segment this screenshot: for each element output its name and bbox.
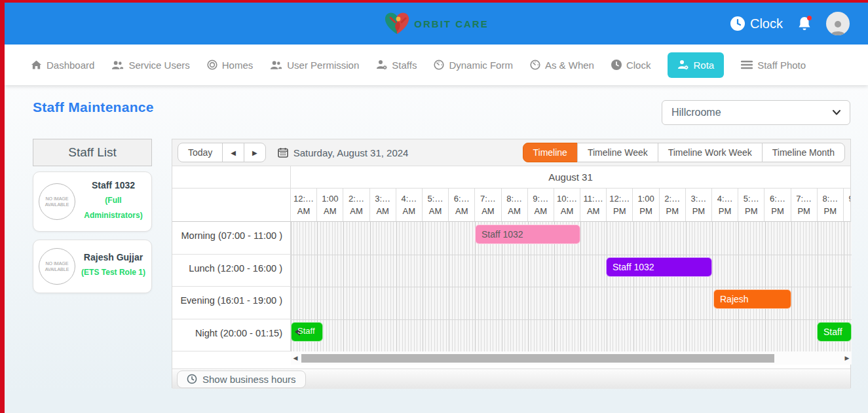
time-slot-header: 6:…AM	[449, 189, 475, 221]
users-icon	[111, 60, 124, 70]
time-slot-header: 2:…AM	[343, 189, 369, 221]
time-slot-header: 8:…PM	[818, 189, 844, 221]
header-clock-label: Clock	[750, 16, 783, 31]
home-icon	[31, 60, 42, 70]
nav-item-dashboard[interactable]: Dashboard	[31, 60, 94, 71]
event-label: Staff 1032	[481, 228, 574, 241]
notification-badge-dot	[807, 16, 812, 20]
staff-info: Rajesh Gujjar (ETS Test Role 1)	[81, 252, 146, 280]
time-slot-header: 2:…PM	[660, 189, 686, 221]
next-day-button[interactable]: ▶	[244, 143, 266, 162]
nav-item-user-permission[interactable]: User Permission	[270, 60, 359, 71]
show-business-hours-button[interactable]: Show business hours	[177, 370, 306, 388]
user-gear-icon	[677, 60, 689, 70]
nav-item-homes[interactable]: Homes	[207, 60, 254, 71]
show-business-hours-label: Show business hours	[202, 374, 296, 385]
time-slot-header: 6:…PM	[764, 189, 791, 221]
notifications-button[interactable]	[797, 16, 812, 31]
scrollbar-thumb[interactable]	[301, 354, 774, 363]
time-slot-header: 7:…AM	[475, 189, 501, 221]
rota-event-staff-1[interactable]: Staff 1	[817, 322, 852, 342]
nav-item-label: Rota	[693, 60, 714, 71]
rota-scheduler-panel: Today ◀ ▶ Saturday, August 31, 2024 Time…	[172, 139, 851, 388]
no-image-avatar: NO IMAGE AVAILABLE	[39, 248, 75, 285]
rota-event[interactable]: Staff	[291, 322, 323, 342]
nav-item-rota[interactable]: Rota	[668, 52, 724, 78]
row-divider	[291, 319, 852, 320]
staff-role: (ETS Test Role 1)	[81, 265, 146, 280]
brand-name: ORBIT CARE	[414, 18, 488, 29]
view-button-timeline-week[interactable]: Timeline Week	[577, 143, 658, 162]
time-slot-header: 5:…AM	[423, 189, 449, 221]
nav-item-label: Clock	[626, 60, 651, 71]
nav-item-staffs[interactable]: Staffs	[376, 60, 417, 71]
brand: ORBIT CARE	[384, 11, 488, 36]
app-header: ORBIT CARE Clock	[5, 3, 868, 45]
time-slot-header: 3:…AM	[370, 189, 396, 221]
nav-item-clock[interactable]: Clock	[611, 60, 651, 71]
nav-item-as-when[interactable]: As & When	[530, 60, 594, 71]
view-switcher: TimelineTimeline WeekTimeline Work WeekT…	[523, 143, 846, 162]
time-slot-header: 12:…PM	[607, 189, 633, 221]
event-sub-label: Staff	[297, 325, 316, 338]
time-slot-header: 1:00AM	[317, 189, 343, 221]
orbit-care-logo-icon	[384, 11, 410, 36]
nav-item-label: Dynamic Form	[449, 60, 513, 71]
nav-item-label: Service Users	[128, 60, 189, 71]
scroll-right-arrow-icon[interactable]: ▶	[842, 355, 852, 361]
event-sub-label: Gujjar	[720, 306, 785, 309]
nav-item-dynamic-form[interactable]: Dynamic Form	[434, 60, 513, 71]
chevron-down-icon	[833, 110, 840, 115]
horizontal-scrollbar[interactable]: ◀ ▶	[291, 351, 852, 365]
staff-info: Staff 1032 (Full Administrators)	[81, 180, 146, 223]
nav-item-staff-photo[interactable]: Staff Photo	[741, 60, 806, 71]
scheduler-footer: Show business hours	[172, 368, 850, 389]
scrollbar-track[interactable]	[300, 354, 842, 363]
nav-item-service-users[interactable]: Service Users	[111, 60, 189, 71]
menu-icon	[741, 60, 753, 69]
today-button[interactable]: Today	[178, 143, 223, 162]
rota-event-staff-1032[interactable]: Staff 1032	[475, 224, 580, 244]
row-label-3: Night (20:00 - 01:15)	[172, 319, 291, 352]
nav-item-label: Staffs	[392, 60, 417, 71]
clock-outline-icon	[187, 374, 197, 384]
main-nav: Dashboard Service Users Homes User Permi…	[5, 45, 868, 85]
row-label-2: Evening (16:01 - 19:00 )	[172, 287, 291, 319]
time-slot-header: 8:…AM	[502, 189, 528, 221]
header-clock-button[interactable]: Clock	[730, 16, 783, 31]
view-button-timeline-month[interactable]: Timeline Month	[762, 143, 845, 162]
rota-event-rajesh[interactable]: RajeshGujjar	[713, 289, 791, 309]
dial-icon	[530, 60, 540, 70]
home-select[interactable]: Hillcroome	[662, 100, 850, 125]
time-slot-header: 3:…PM	[686, 189, 712, 221]
timeline-grid[interactable]: Staff 1032Staff 1032RajeshGujjarStaffSta…	[291, 222, 852, 351]
staff-list-header: Staff List	[33, 139, 152, 166]
time-slot-header: 4:…AM	[396, 189, 423, 221]
row-divider	[291, 255, 852, 255]
time-slot-header: 9:…PM	[844, 189, 850, 221]
scroll-left-arrow-icon[interactable]: ◀	[291, 355, 300, 361]
rota-event-staff-1032[interactable]: Staff 1032	[606, 257, 712, 277]
day-header-label: August 31	[291, 166, 850, 188]
current-date-label: Saturday, August 31, 2024	[293, 147, 409, 158]
user-avatar[interactable]	[826, 12, 850, 35]
staff-name: Staff 1032	[81, 180, 146, 190]
staff-card[interactable]: NO IMAGE AVAILABLE Rajesh Gujjar (ETS Te…	[33, 240, 152, 293]
event-label: Staff 1032	[613, 260, 706, 274]
time-slot-header: 1:00PM	[633, 189, 659, 221]
clock-solid-icon	[611, 60, 622, 70]
slot-header-spacer	[172, 189, 291, 221]
time-slot-header: 10:…AM	[554, 189, 580, 221]
staff-name: Rajesh Gujjar	[81, 252, 146, 262]
staff-card[interactable]: NO IMAGE AVAILABLE Staff 1032 (Full Admi…	[33, 171, 152, 232]
nav-item-label: As & When	[545, 60, 594, 71]
time-slot-header: 9:…AM	[528, 189, 554, 221]
target-icon	[207, 60, 217, 70]
view-button-timeline[interactable]: Timeline	[523, 143, 578, 162]
home-select-value: Hillcroome	[671, 107, 721, 118]
user-gear-icon	[376, 60, 387, 70]
time-slot-header: 11:…AM	[580, 189, 607, 221]
prev-day-button[interactable]: ◀	[222, 143, 244, 162]
view-button-timeline-work-week[interactable]: Timeline Work Week	[658, 143, 763, 162]
page-title: Staff Maintenance	[33, 99, 154, 115]
